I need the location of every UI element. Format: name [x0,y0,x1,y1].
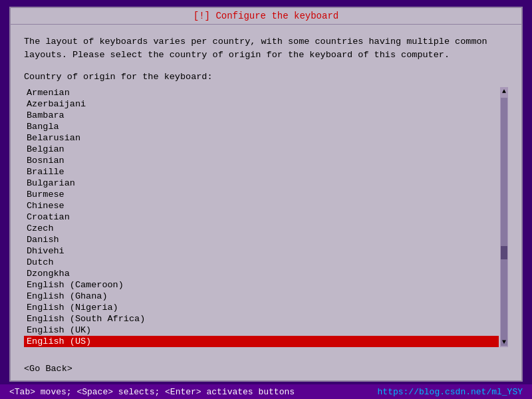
list-item[interactable]: Belarusian [24,132,499,144]
scroll-up-arrow[interactable]: ▲ [502,87,506,96]
list-item[interactable]: Dutch [24,257,499,268]
list-item[interactable]: Bangla [24,121,499,132]
list-item[interactable]: Bambara [24,110,499,121]
list-item[interactable]: Bulgarian [24,178,499,189]
status-keys: <Tab> moves; <Space> selects; <Enter> ac… [9,387,295,397]
keyboard-list[interactable]: ArmenianAzerbaijaniBambaraBanglaBelarusi… [24,87,499,347]
status-bar: <Tab> moves; <Space> selects; <Enter> ac… [0,384,532,400]
title-bar: [!] Configure the keyboard [11,8,521,25]
go-back-area: <Go Back> [11,360,521,380]
scroll-thumb[interactable] [501,246,507,259]
list-item[interactable]: Bosnian [24,155,499,166]
scroll-track[interactable] [501,98,507,346]
scroll-down-arrow[interactable]: ▼ [502,338,506,347]
list-item[interactable]: English (Ghana) [24,291,499,302]
description-line2: layouts. Please select the country of or… [24,49,508,62]
country-label: Country of origin for the keyboard: [24,72,508,82]
list-item[interactable]: English (Cameroon) [24,279,499,291]
list-item[interactable]: Croatian [24,211,499,223]
list-item[interactable]: English (Nigeria) [24,302,499,313]
list-item[interactable]: English (US) [24,336,499,347]
content-area: The layout of keyboards varies per count… [11,25,521,360]
list-item[interactable]: Danish [24,234,499,245]
list-item[interactable]: Burmese [24,189,499,200]
list-item[interactable]: English (South Africa) [24,313,499,325]
list-item[interactable]: Chinese [24,200,499,211]
window-title: [!] Configure the keyboard [194,11,338,21]
list-item[interactable]: Belgian [24,144,499,155]
description-line1: The layout of keyboards varies per count… [24,35,508,49]
list-container: ArmenianAzerbaijaniBambaraBanglaBelarusi… [24,87,508,347]
description: The layout of keyboards varies per count… [24,35,508,63]
list-item[interactable]: Dhivehi [24,245,499,257]
list-item[interactable]: Dzongkha [24,268,499,279]
scrollbar[interactable]: ▲ ▼ [500,87,508,347]
list-item[interactable]: Azerbaijani [24,98,499,110]
list-item[interactable]: English (UK) [24,325,499,336]
list-item[interactable]: Braille [24,166,499,178]
list-item[interactable]: Armenian [24,87,499,98]
list-item[interactable]: Czech [24,223,499,234]
status-url: https://blog.csdn.net/ml_YSY [378,387,523,397]
go-back-button[interactable]: <Go Back> [24,364,72,374]
main-window: [!] Configure the keyboard The layout of… [9,7,523,382]
